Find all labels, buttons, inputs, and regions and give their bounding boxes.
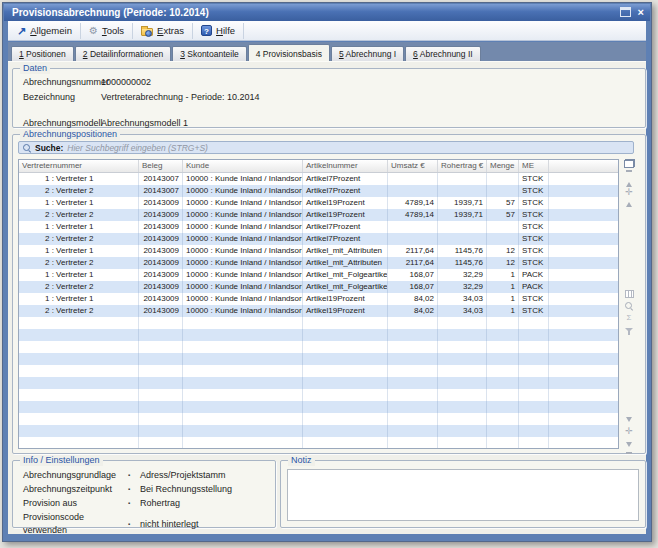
sum-icon[interactable]: Σ	[627, 312, 632, 324]
cell: 1 : Vertreter 1	[19, 221, 139, 233]
grid-column-line	[182, 317, 183, 448]
line-up-icon[interactable]	[626, 198, 632, 210]
table-row[interactable]: 1 : Vertreter 12014300910000 : Kunde Inl…	[19, 197, 618, 209]
cell: 1	[487, 293, 519, 305]
field-label: Provision aus	[23, 497, 128, 510]
daten-caption: Daten	[20, 63, 50, 74]
column-chooser-icon[interactable]	[624, 159, 635, 168]
cell	[487, 233, 519, 245]
table-row[interactable]: 1 : Vertreter 12014300910000 : Kunde Inl…	[19, 269, 618, 281]
cell: 34,03	[438, 305, 487, 317]
search-input[interactable]: Suche: Hier Suchbegriff eingeben (STRG+S…	[18, 141, 634, 154]
scroll-to-top-icon[interactable]	[626, 174, 632, 186]
line-down-icon[interactable]	[626, 413, 632, 425]
cell: 57	[487, 197, 519, 209]
columns-view-icon[interactable]	[625, 288, 634, 300]
cell: 12	[487, 245, 519, 257]
column-header-8[interactable]: ME	[519, 160, 549, 172]
scroll-to-bottom-icon[interactable]	[626, 437, 632, 449]
cell: Artikel19Prozent	[303, 305, 388, 317]
tab-6[interactable]: 6 Abrechnung II	[405, 46, 481, 61]
cell: 20143009	[139, 305, 183, 317]
cell	[438, 221, 487, 233]
notiz-textarea[interactable]	[287, 469, 639, 521]
cell: 10000 : Kunde Inland / Inlandsort	[183, 221, 303, 233]
field-value: Vertreterabrechnung - Periode: 10.2014	[101, 91, 645, 103]
cell: 57	[487, 209, 519, 221]
cell: 2117,64	[388, 245, 438, 257]
page-up-icon[interactable]: ✛	[625, 186, 633, 198]
cell: Artikel19Prozent	[303, 209, 388, 221]
close-icon[interactable]: ×	[638, 7, 644, 17]
info-field: Abrechnungsgrundlage▪Adress/Projektstamm	[13, 469, 275, 482]
restore-icon[interactable]	[620, 7, 631, 17]
menu-item-hilfe[interactable]: ?Hilfe	[196, 23, 244, 39]
field-value: Adress/Projektstamm	[140, 469, 226, 482]
grid-column-line	[548, 317, 549, 448]
cell	[487, 185, 519, 197]
tab-3[interactable]: 3 Skontoanteile	[172, 46, 247, 61]
cell: Artikel7Prozent	[303, 185, 388, 197]
column-header-5[interactable]: Umsatz €	[388, 160, 438, 172]
column-header-7[interactable]: Menge	[487, 160, 519, 172]
cell: Artikel_mit_Folgeartikel	[303, 269, 388, 281]
table-row[interactable]: 2 : Vertreter 22014300910000 : Kunde Inl…	[19, 281, 618, 293]
cell: STCK	[519, 209, 549, 221]
table-row[interactable]: 1 : Vertreter 12014300710000 : Kunde Inl…	[19, 173, 618, 185]
cell-filler	[549, 209, 618, 221]
menu-item-tools[interactable]: ⚙Tools	[84, 23, 133, 39]
table-row[interactable]: 2 : Vertreter 22014300910000 : Kunde Inl…	[19, 305, 618, 317]
table-row[interactable]: 1 : Vertreter 12014300910000 : Kunde Inl…	[19, 293, 618, 305]
table-row[interactable]: 1 : Vertreter 12014300910000 : Kunde Inl…	[19, 221, 618, 233]
cell: 10000 : Kunde Inland / Inlandsort	[183, 233, 303, 245]
cell: 2 : Vertreter 2	[19, 233, 139, 245]
cell: 1145,76	[438, 257, 487, 269]
window-title: Provisionsabrechnung (Periode: 10.2014)	[12, 7, 209, 18]
cell-filler	[549, 305, 618, 317]
menu-item-allgemein[interactable]: ↗Allgemein	[12, 23, 81, 39]
cell	[438, 233, 487, 245]
cell-filler	[549, 293, 618, 305]
info-fields: Abrechnungsgrundlage▪Adress/Projektstamm…	[13, 469, 275, 537]
menu-item-extras[interactable]: Extras	[136, 23, 193, 39]
grid-search-icon[interactable]	[625, 300, 633, 312]
content-panel: Daten Abrechnungsnummer1000000002Bezeich…	[8, 61, 646, 534]
table-row[interactable]: 2 : Vertreter 22014300910000 : Kunde Inl…	[19, 257, 618, 269]
cell: STCK	[519, 293, 549, 305]
search-icon	[23, 144, 31, 152]
tab-2[interactable]: 2 Detailinformationen	[75, 46, 171, 61]
column-header-6[interactable]: Rohertrag €	[438, 160, 487, 172]
cell: 10000 : Kunde Inland / Inlandsort	[183, 269, 303, 281]
tab-5[interactable]: 5 Abrechnung I	[331, 46, 404, 61]
tab-1[interactable]: 1 Positionen	[11, 46, 74, 61]
app-window: Provisionsabrechnung (Periode: 10.2014) …	[2, 2, 652, 542]
cell-filler	[549, 197, 618, 209]
column-header-1[interactable]: Vertreternummer	[19, 160, 139, 172]
cell: STCK	[519, 221, 549, 233]
table-row[interactable]: 1 : Vertreter 12014300910000 : Kunde Inl…	[19, 245, 618, 257]
cell: 4789,14	[388, 209, 438, 221]
tab-4[interactable]: 4 Provisionsbasis	[248, 44, 330, 61]
cell: 20143007	[139, 185, 183, 197]
cell: 1 : Vertreter 1	[19, 245, 139, 257]
cell	[388, 185, 438, 197]
column-header-4[interactable]: Artikelnummer	[303, 160, 388, 172]
table-row[interactable]: 2 : Vertreter 22014300910000 : Kunde Inl…	[19, 209, 618, 221]
grid-column-line	[138, 317, 139, 448]
column-header-2[interactable]: Beleg	[139, 160, 183, 172]
grid-column-line	[302, 317, 303, 448]
filter-icon[interactable]	[625, 324, 633, 336]
column-header-3[interactable]: Kunde	[183, 160, 303, 172]
field-label: Abrechnungszeitpunkt	[23, 483, 128, 496]
cell-filler	[549, 245, 618, 257]
daten-field: BezeichnungVertreterabrechnung - Periode…	[13, 91, 645, 103]
menu-item-label: Extras	[157, 25, 184, 36]
cell: 2 : Vertreter 2	[19, 257, 139, 269]
cell-filler	[549, 221, 618, 233]
cell: 84,02	[388, 293, 438, 305]
table-row[interactable]: 2 : Vertreter 22014300710000 : Kunde Inl…	[19, 185, 618, 197]
table-row[interactable]: 2 : Vertreter 22014300910000 : Kunde Inl…	[19, 233, 618, 245]
grid-column-line	[437, 317, 438, 448]
cell	[388, 173, 438, 185]
cell: 2 : Vertreter 2	[19, 305, 139, 317]
